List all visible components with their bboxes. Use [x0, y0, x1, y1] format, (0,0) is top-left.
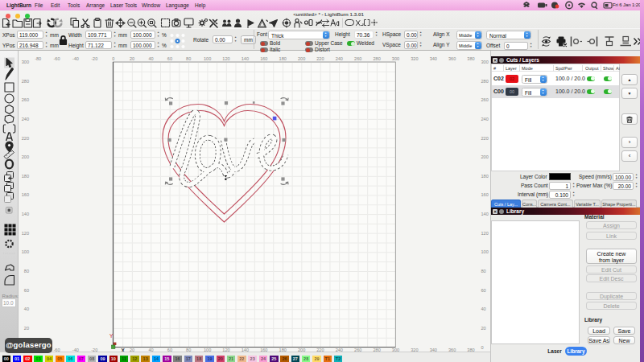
svg-text:-20: -20 [91, 56, 97, 61]
svg-text:200: 200 [481, 154, 489, 159]
svg-text:140: 140 [242, 56, 249, 61]
svg-text:40: 40 [24, 306, 29, 311]
svg-text:180: 180 [22, 174, 29, 179]
svg-text:0: 0 [112, 56, 114, 61]
svg-text:20: 20 [130, 56, 134, 61]
svg-text:200: 200 [22, 154, 29, 159]
svg-text:60: 60 [167, 56, 172, 61]
svg-text:240: 240 [481, 117, 489, 121]
svg-text:220: 220 [22, 136, 29, 141]
svg-text:80: 80 [481, 269, 486, 274]
svg-text:340: 340 [430, 56, 437, 61]
svg-text:-80: -80 [35, 56, 41, 61]
svg-text:40: 40 [481, 306, 486, 311]
svg-text:120: 120 [222, 56, 229, 61]
svg-text:160: 160 [260, 56, 267, 61]
svg-text:360: 360 [448, 56, 456, 61]
svg-text:280: 280 [22, 79, 29, 84]
svg-text:100: 100 [481, 249, 489, 254]
svg-text:160: 160 [481, 192, 489, 197]
svg-text:260: 260 [354, 56, 361, 61]
svg-text:Y: Y [109, 333, 114, 339]
svg-text:240: 240 [336, 56, 343, 61]
svg-text:220: 220 [481, 136, 489, 141]
svg-text:120: 120 [481, 231, 489, 236]
svg-text:80: 80 [186, 56, 191, 61]
svg-text:180: 180 [279, 56, 287, 61]
svg-text:20: 20 [481, 326, 486, 331]
svg-text:140: 140 [22, 212, 29, 216]
svg-text:300: 300 [22, 60, 29, 64]
svg-text:10.0: 10.0 [3, 300, 14, 306]
svg-text:Radius:: Radius: [2, 293, 19, 298]
svg-text:180: 180 [481, 174, 489, 179]
svg-text:240: 240 [22, 117, 29, 121]
svg-text:120: 120 [22, 231, 29, 236]
svg-text:320: 320 [411, 56, 418, 61]
svg-text:20: 20 [24, 326, 29, 331]
svg-text:380: 380 [467, 56, 474, 61]
svg-text:100: 100 [22, 249, 29, 254]
svg-text:280: 280 [373, 56, 380, 61]
svg-text:200: 200 [298, 56, 305, 61]
svg-text:-60: -60 [53, 56, 60, 61]
svg-text:0: 0 [481, 345, 484, 350]
svg-text:260: 260 [481, 97, 489, 102]
svg-text:80: 80 [24, 269, 29, 274]
svg-text:300: 300 [481, 60, 489, 64]
svg-text:100: 100 [204, 56, 211, 61]
svg-text:280: 280 [481, 79, 489, 84]
svg-text:60: 60 [24, 288, 29, 293]
svg-text:-40: -40 [72, 56, 79, 61]
svg-text:220: 220 [316, 56, 324, 61]
svg-text:40: 40 [148, 56, 153, 61]
svg-text:260: 260 [22, 97, 29, 102]
svg-text:160: 160 [22, 192, 29, 197]
svg-text:300: 300 [392, 56, 399, 61]
svg-text:140: 140 [481, 212, 489, 216]
svg-text:60: 60 [481, 288, 486, 293]
